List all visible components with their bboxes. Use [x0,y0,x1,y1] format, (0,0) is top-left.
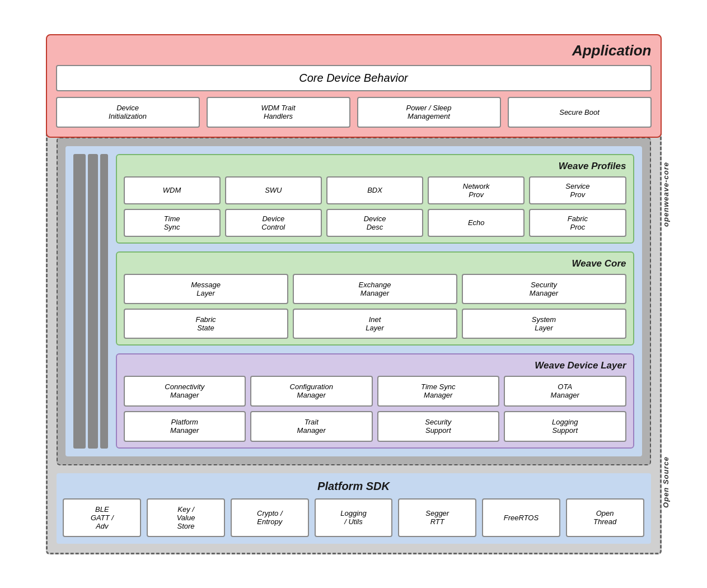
app-sub-box-power: Power / SleepManagement [357,97,501,128]
profile-bdx: BDX [326,176,423,204]
weave-core-row1: MessageLayer ExchangeManager SecurityMan… [124,274,626,304]
core-fabric-state: FabricState [124,309,288,339]
core-system-layer: SystemLayer [462,309,626,339]
weave-profiles-row2: TimeSync DeviceControl DeviceDesc Echo F… [124,209,626,237]
core-inet-layer: InetLayer [293,309,457,339]
open-source-layer: openweave-core Open Source Weave Profile… [46,127,662,554]
sdk-open-thread: OpenThread [566,498,644,537]
device-row2: PlatformManager TraitManager SecuritySup… [124,411,626,442]
device-time-sync-manager: Time SyncManager [377,376,500,407]
core-device-behavior: Core Device Behavior [56,65,652,91]
core-security-manager: SecurityManager [462,274,626,304]
open-source-label: Open Source [662,456,670,508]
bar-2 [88,154,98,449]
profile-echo: Echo [428,209,525,237]
device-row1: ConnectivityManager ConfigurationManager… [124,376,626,407]
platform-sdk-section: Platform SDK BLEGATT /Adv Key /ValueStor… [57,473,651,544]
nested-bars [73,154,108,449]
weave-core-row2: FabricState InetLayer SystemLayer [124,309,626,339]
profile-time-sync: TimeSync [124,209,221,237]
sdk-freertos: FreeRTOS [482,498,560,537]
blue-layer: Weave Profiles WDM SWU BDX NetworkProv S… [65,146,642,456]
app-sub-boxes: DeviceInitialization WDM TraitHandlers P… [56,97,652,128]
bar-1 [73,154,86,449]
profile-device-desc: DeviceDesc [326,209,423,237]
app-sub-box-secure-boot: Secure Boot [508,97,652,128]
device-ota-manager: OTAManager [504,376,626,407]
weave-profiles-title: Weave Profiles [124,161,626,172]
profile-wdm: WDM [124,176,221,204]
profile-service-prov: ServiceProv [529,176,626,204]
sdk-segger-rtt: SeggerRTT [398,498,476,537]
device-configuration-manager: ConfigurationManager [250,376,373,407]
profile-device-control: DeviceControl [225,209,322,237]
weave-profiles-section: Weave Profiles WDM SWU BDX NetworkProv S… [116,154,634,244]
weave-device-layer-title: Weave Device Layer [124,360,626,371]
weave-profiles-rows: WDM SWU BDX NetworkProv ServiceProv Time… [124,176,626,237]
weave-core-rows: MessageLayer ExchangeManager SecurityMan… [124,274,626,339]
sdk-key-value-store: Key /ValueStore [147,498,225,537]
device-rows: ConnectivityManager ConfigurationManager… [124,376,626,442]
profile-network-prov: NetworkProv [428,176,525,204]
sdk-row: BLEGATT /Adv Key /ValueStore Crypto /Ent… [63,498,644,537]
openweave-layer: Weave Profiles WDM SWU BDX NetworkProv S… [57,137,651,465]
diagram-container: Application Core Device Behavior DeviceI… [46,34,662,554]
device-trait-manager: TraitManager [250,411,373,442]
sdk-ble-gatt: BLEGATT /Adv [63,498,141,537]
app-sub-box-wdm: WDM TraitHandlers [207,97,350,128]
profile-fabric-proc: FabricProc [529,209,626,237]
application-layer: Application Core Device Behavior DeviceI… [46,34,662,138]
platform-sdk-title: Platform SDK [63,480,644,493]
application-title: Application [56,42,652,59]
right-content: Weave Profiles WDM SWU BDX NetworkProv S… [116,154,634,449]
profile-swu: SWU [225,176,322,204]
device-connectivity-manager: ConnectivityManager [124,376,246,407]
app-sub-box-device-init: DeviceInitialization [56,97,200,128]
device-security-support: SecuritySupport [377,411,500,442]
weave-core-title: Weave Core [124,258,626,269]
sdk-logging-utils: Logging/ Utils [315,498,393,537]
bar-3 [100,154,108,449]
weave-profiles-row1: WDM SWU BDX NetworkProv ServiceProv [124,176,626,204]
core-exchange-manager: ExchangeManager [293,274,457,304]
weave-core-section: Weave Core MessageLayer ExchangeManager … [116,251,634,346]
core-message-layer: MessageLayer [124,274,288,304]
sdk-crypto-entropy: Crypto /Entropy [231,498,309,537]
device-platform-manager: PlatformManager [124,411,246,442]
openweave-label: openweave-core [662,162,670,227]
weave-device-layer-section: Weave Device Layer ConnectivityManager C… [116,353,634,449]
device-logging-support: LoggingSupport [504,411,626,442]
